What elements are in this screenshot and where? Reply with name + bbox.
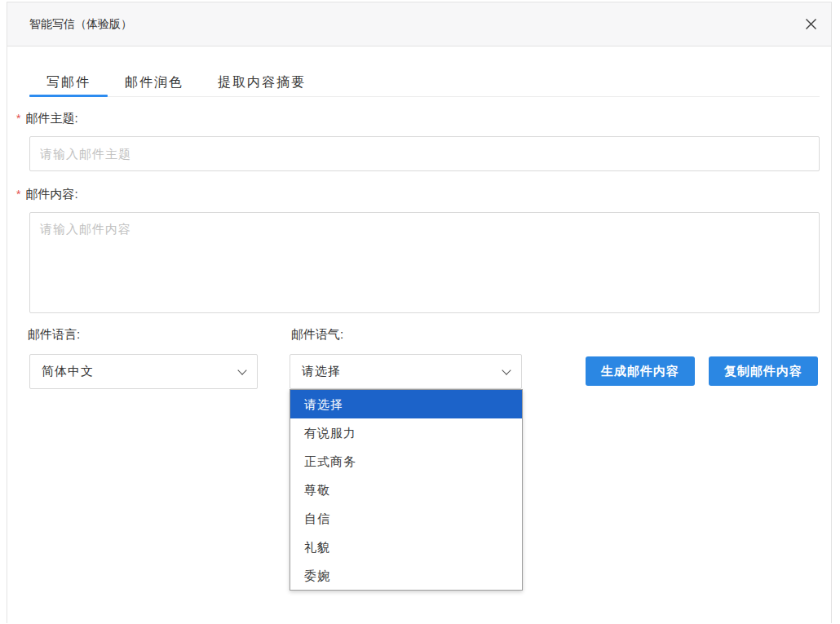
tone-option[interactable]: 正式商务 [290,447,522,476]
tone-option[interactable]: 有说服力 [290,418,522,447]
tone-select[interactable]: 请选择 [290,354,522,389]
tone-label: 邮件语气: [291,327,343,343]
content-label-text: 邮件内容: [25,187,77,201]
language-label: 邮件语言: [28,327,80,343]
tab-polish-email[interactable]: 邮件润色 [108,69,201,96]
smart-writing-screen: 智能写信（体验版） 写邮件邮件润色提取内容摘要 *邮件主题: *邮件内容: 邮件… [0,0,840,624]
tone-option[interactable]: 委婉 [290,561,522,590]
dialog-title: 智能写信（体验版） [29,17,132,32]
copy-button[interactable]: 复制邮件内容 [709,356,818,386]
tone-select-value: 请选择 [302,364,341,379]
tab-extract-summary[interactable]: 提取内容摘要 [201,69,323,96]
close-icon [805,18,817,30]
language-select[interactable]: 简体中文 [29,354,258,389]
subject-input[interactable] [29,136,820,171]
language-select-value: 简体中文 [42,364,94,379]
generate-button[interactable]: 生成邮件内容 [586,356,695,386]
tone-option[interactable]: 尊敬 [290,476,522,504]
chevron-down-icon [237,365,246,374]
tone-option[interactable]: 自信 [290,504,522,533]
subject-label-text: 邮件主题: [25,111,77,125]
tab-write-email[interactable]: 写邮件 [29,69,108,96]
subject-label: *邮件主题: [16,111,78,126]
content-textarea[interactable] [29,212,820,313]
dialog-header: 智能写信（体验版） [7,2,831,46]
tone-option[interactable]: 礼貌 [290,533,522,561]
required-mark: * [16,188,20,201]
close-button[interactable] [802,15,820,33]
tone-dropdown: 请选择有说服力正式商务尊敬自信礼貌委婉 [290,389,523,591]
tabs-row: 写邮件邮件润色提取内容摘要 [29,69,820,97]
tone-option[interactable]: 请选择 [290,390,522,418]
content-label: *邮件内容: [16,187,78,202]
chevron-down-icon [502,365,511,374]
required-mark: * [16,112,20,125]
